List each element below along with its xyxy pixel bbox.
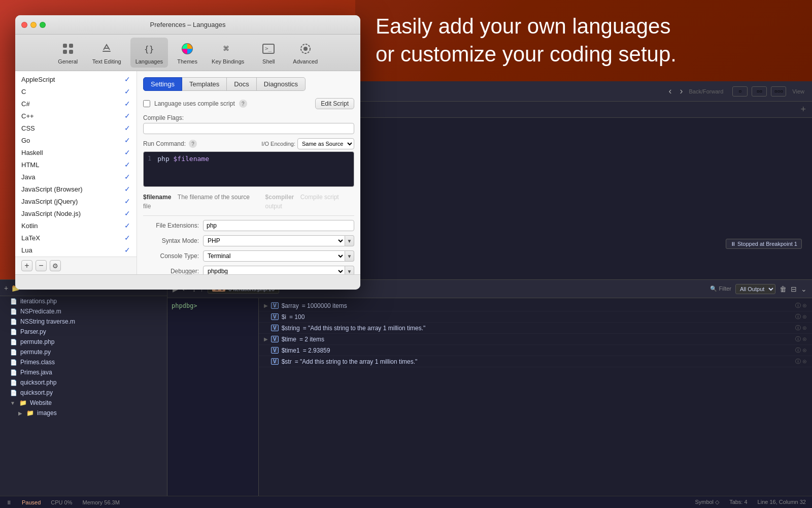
file-item-website[interactable]: ▼ 📁 Website [0,398,167,408]
toolbar-item-languages[interactable]: {} Languages [130,38,168,68]
v-badge: V [271,302,279,309]
lang-item-applescript[interactable]: AppleScript ✓ [15,73,137,85]
var-actions[interactable]: ⓘ ⊙ [795,346,807,354]
var-expand-icon[interactable]: ▶ [264,336,268,342]
debug-expand-button[interactable]: ⌄ [801,285,807,293]
lang-check-icon: ✓ [124,124,130,132]
remove-language-button[interactable]: − [36,260,47,271]
layout-btn-3[interactable]: ▫▫▫ [771,86,786,97]
add-tab-button[interactable]: + [794,104,812,115]
lang-item-c[interactable]: C ✓ [15,85,137,98]
file-item-primes-class[interactable]: 📄 Primes.class [0,357,167,367]
io-encoding-select[interactable]: Same as Source [297,138,354,149]
var-actions[interactable]: ⓘ ⊙ [795,324,807,332]
file-item-quicksort-php[interactable]: 📄 quicksort.php [0,377,167,388]
file-icon: 📄 [10,379,17,386]
file-item-images[interactable]: ▶ 📁 images [0,408,167,418]
debugger-arrow[interactable]: ▼ [345,266,354,274]
run-command-code: php $filename [157,155,209,183]
filter-label: 🔍 Filter [710,285,731,292]
clear-output-button[interactable]: 🗑 [780,285,787,293]
lang-item-css[interactable]: CSS ✓ [15,122,137,134]
file-item-parser[interactable]: 📄 Parser.py [0,327,167,337]
file-extensions-input[interactable] [203,220,354,231]
folder-icon: 📁 [19,399,27,406]
toolbar-item-themes[interactable]: Themes [172,38,202,68]
compile-script-checkbox[interactable] [143,100,150,107]
lang-item-js-jquery[interactable]: JavaScript (jQuery) ✓ [15,195,137,207]
file-item-nsstring[interactable]: 📄 NSString traverse.m [0,316,167,327]
run-command-header: Run Command: ? I/O Encoding: Same as Sou… [143,138,354,149]
layout-btn-1[interactable]: ▫ [732,86,748,97]
layout-btn-2[interactable]: ▫▫ [752,86,767,97]
lang-check-icon: ✓ [124,75,130,83]
lang-item-haskell[interactable]: Haskell ✓ [15,146,137,158]
file-item-nspredicate[interactable]: 📄 NSPredicate.m [0,306,167,316]
lang-item-html[interactable]: HTML ✓ [15,158,137,171]
var-actions[interactable]: ⓘ ⊙ [795,335,807,343]
toolbar-item-key-bindings[interactable]: ⌘ Key Bindings [207,38,249,68]
compile-flags-row: Compile Flags: [143,114,354,134]
lang-item-java[interactable]: Java ✓ [15,171,137,183]
var-actions[interactable]: ⓘ ⊙ [795,313,807,321]
debugger-select-box: phpdbg ▼ [203,266,354,274]
lang-item-js-nodejs[interactable]: JavaScript (Node.js) ✓ [15,207,137,219]
lang-item-latex[interactable]: LaTeX ✓ [15,232,137,244]
lang-item-go[interactable]: Go ✓ [15,134,137,146]
run-command-editor[interactable]: 1 php $filename [143,151,354,187]
output-select[interactable]: All Output [735,284,775,294]
var-actions[interactable]: ⓘ ⊙ [795,358,807,365]
toolbar-item-shell[interactable]: >_ Shell [253,38,284,68]
status-bar: ⏸ Paused CPU 0% Memory 56.3M Symbol ◇ Ta… [0,496,812,508]
lang-item-lua[interactable]: Lua ✓ [15,244,137,256]
file-item-permute-php[interactable]: 📄 permute.php [0,337,167,347]
debugger-label: Debugger: [143,268,199,274]
syntax-mode-arrow[interactable]: ▼ [345,235,354,246]
forward-button[interactable]: › [678,85,685,98]
debug-terminal: phpdbg> [167,298,259,508]
file-icon: 📄 [10,359,17,366]
tab-diagnostics[interactable]: Diagnostics [257,77,306,91]
settings-panel: Settings Templates Docs Diagnostics Lang… [137,71,360,274]
layout-toggle-button[interactable]: ⊟ [791,285,797,293]
lang-item-kotlin[interactable]: Kotlin ✓ [15,219,137,232]
lang-item-js-browser[interactable]: JavaScript (Browser) ✓ [15,183,137,195]
tab-settings[interactable]: Settings [143,77,182,91]
tab-docs[interactable]: Docs [227,77,257,91]
add-language-button[interactable]: + [21,260,32,271]
syntax-mode-select[interactable]: PHP [203,235,345,246]
back-button[interactable]: ‹ [666,85,673,98]
file-item-iterations[interactable]: 📄 iterations.php [0,296,167,306]
file-item-permute-py[interactable]: 📄 permute.py [0,347,167,357]
compile-flags-input[interactable] [143,123,354,134]
console-type-arrow[interactable]: ▼ [345,250,354,262]
var-expand-icon[interactable]: ▶ [264,303,268,308]
toolbar-item-advanced[interactable]: Advanced [288,38,323,68]
run-command-help-icon[interactable]: ? [189,140,197,148]
file-item-quicksort-py[interactable]: 📄 quicksort.py [0,388,167,398]
file-item-primes-java[interactable]: 📄 Primes.java [0,367,167,377]
v-badge: V [271,336,279,342]
debug-variables: ▶ V $array = 1000000 items ⓘ ⊙ ▶ V $i = … [259,298,812,508]
var-row-str: ▶ V $str = "Add this string to the array… [259,356,812,367]
tab-templates[interactable]: Templates [182,77,227,91]
toolbar-item-general[interactable]: General [53,38,83,68]
toolbar-item-text-editing[interactable]: Text Editing [87,38,126,68]
var-name: $i [282,313,286,321]
compile-flags-label: Compile Flags: [143,114,354,121]
console-type-select[interactable]: Terminal [203,250,345,262]
language-settings-button[interactable]: ⚙ [50,260,61,271]
edit-script-button[interactable]: Edit Script [315,98,354,109]
minimize-button[interactable] [30,22,37,28]
compile-script-help-icon[interactable]: ? [239,100,247,108]
lang-item-cpp[interactable]: C++ ✓ [15,110,137,122]
lang-item-csharp[interactable]: C# ✓ [15,98,137,110]
close-button[interactable] [21,22,27,28]
lang-check-icon: ✓ [124,246,130,254]
var-actions[interactable]: ⓘ ⊙ [795,302,807,309]
maximize-button[interactable] [40,22,46,28]
add-file-button[interactable]: + [4,284,8,292]
debugger-select[interactable]: phpdbg [203,266,345,274]
lang-name: C [21,88,26,96]
shell-icon: >_ [260,41,277,57]
